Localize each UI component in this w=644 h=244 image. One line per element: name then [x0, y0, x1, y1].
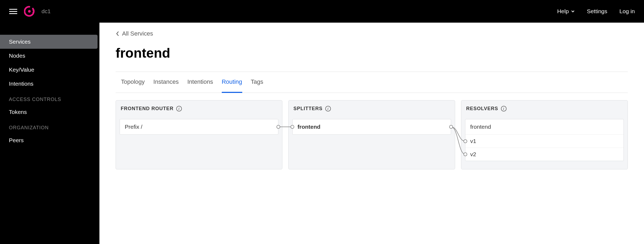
- info-icon[interactable]: i: [501, 106, 507, 111]
- settings-link[interactable]: Settings: [587, 8, 607, 15]
- main-content: All Services frontend Topology Instances…: [99, 23, 644, 244]
- help-dropdown[interactable]: Help: [557, 8, 575, 15]
- svg-point-2: [33, 11, 34, 12]
- svg-point-0: [28, 10, 31, 13]
- datacenter-label[interactable]: dc1: [41, 8, 51, 15]
- svg-point-1: [32, 10, 33, 11]
- hamburger-menu-icon[interactable]: [9, 7, 17, 15]
- page-title: frontend: [116, 45, 628, 61]
- chevron-down-icon: [571, 9, 575, 13]
- info-icon[interactable]: i: [176, 106, 182, 111]
- sidebar-item-nodes[interactable]: Nodes: [0, 49, 99, 63]
- router-prefix-item[interactable]: Prefix /: [120, 119, 278, 135]
- resolvers-card-header: RESOLVERS i: [465, 106, 624, 119]
- tabs: Topology Instances Intentions Routing Ta…: [116, 72, 628, 93]
- resolver-v2[interactable]: v2: [465, 148, 624, 161]
- svg-point-3: [32, 12, 33, 13]
- resolver-group: frontend v1 v2: [465, 119, 624, 161]
- resolver-frontend[interactable]: frontend: [465, 119, 624, 135]
- header-left: dc1: [9, 6, 51, 17]
- breadcrumb-label: All Services: [122, 30, 153, 37]
- tab-topology[interactable]: Topology: [121, 72, 145, 93]
- help-label: Help: [557, 8, 569, 15]
- sidebar-item-services[interactable]: Services: [0, 35, 98, 49]
- top-header: dc1 Help Settings Log in: [0, 0, 644, 23]
- resolver-v1[interactable]: v1: [465, 135, 624, 148]
- router-card-header: FRONTEND ROUTER i: [120, 106, 278, 119]
- splitters-card-header: SPLITTERS i: [292, 106, 451, 119]
- splitter-frontend-item[interactable]: frontend: [292, 119, 451, 135]
- routing-row: FRONTEND ROUTER i Prefix / SPLITTERS i f…: [116, 100, 628, 169]
- router-card: FRONTEND ROUTER i Prefix /: [116, 100, 282, 169]
- sidebar: Services Nodes Key/Value Intentions ACCE…: [0, 23, 99, 244]
- sidebar-heading-org: ORGANIZATION: [0, 119, 99, 133]
- chevron-left-icon: [116, 31, 119, 36]
- sidebar-item-tokens[interactable]: Tokens: [0, 105, 99, 119]
- consul-logo-icon[interactable]: [24, 6, 35, 17]
- tab-routing[interactable]: Routing: [222, 72, 242, 93]
- sidebar-item-keyvalue[interactable]: Key/Value: [0, 63, 99, 77]
- sidebar-heading-access: ACCESS CONTROLS: [0, 91, 99, 105]
- breadcrumb-back[interactable]: All Services: [116, 30, 628, 37]
- info-icon[interactable]: i: [325, 106, 331, 111]
- sidebar-item-peers[interactable]: Peers: [0, 133, 99, 147]
- resolvers-card: RESOLVERS i frontend v1 v2: [461, 100, 628, 169]
- tab-tags[interactable]: Tags: [251, 72, 263, 93]
- tab-intentions[interactable]: Intentions: [187, 72, 213, 93]
- splitters-card: SPLITTERS i frontend: [288, 100, 455, 169]
- tab-instances[interactable]: Instances: [153, 72, 179, 93]
- sidebar-item-intentions[interactable]: Intentions: [0, 77, 99, 91]
- login-link[interactable]: Log in: [619, 8, 635, 15]
- header-right: Help Settings Log in: [557, 8, 635, 15]
